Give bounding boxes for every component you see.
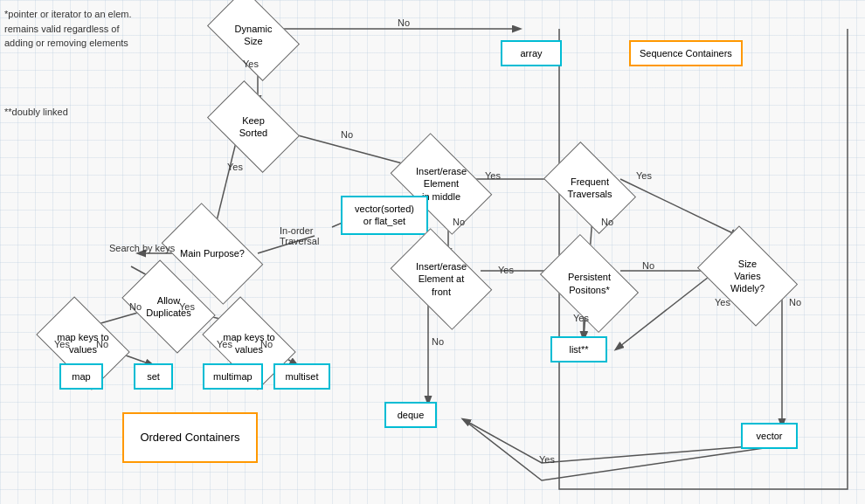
note1: *pointer or iterator to an elem. remains… [4,7,144,51]
rect-multimap: multimap [203,363,263,390]
label-yes-dynamic: Yes [243,59,259,69]
label-no-insert-middle: No [453,217,465,227]
label-yes-size: Yes [715,297,730,307]
diamond-dynamic-size: DynamicSize [214,9,293,61]
rect-map: map [59,363,103,390]
rect-vector: vector [741,423,798,449]
label-no-front: No [432,336,444,347]
label-yes-keys-left: Yes [54,339,70,349]
label-yes-allow: Yes [179,301,195,312]
rect-vector-sorted: vector(sorted)or flat_set [341,196,428,235]
label-yes-keys-right: Yes [217,339,232,349]
rect-array: array [501,40,562,66]
note2: **doubly linked [4,105,144,120]
label-no-persistent: No [642,260,654,271]
label-yes-insert-middle: Yes [485,170,501,181]
svg-line-12 [616,271,716,349]
label-yes-persistent: Yes [573,313,589,323]
label-yes-bottom: Yes [539,454,555,465]
label-search: Search by keys [109,243,175,253]
rect-set: set [134,363,173,390]
rect-multiset: multiset [273,363,330,390]
flowchart-canvas: *pointer or iterator to an elem. remains… [0,0,865,504]
label-yes-sorted: Yes [227,162,243,172]
rect-sequence-containers: Sequence Containers [629,40,743,66]
diamond-insert-erase-front: Insert/eraseElement atfront [398,251,485,307]
rect-ordered-containers: Ordered Containers [122,412,258,463]
label-no-sorted: No [341,129,353,140]
label-no-dynamic: No [398,17,410,28]
label-yes-frequent: Yes [636,170,652,181]
rect-list: list** [550,336,607,362]
rect-deque: deque [384,402,437,428]
label-yes-front: Yes [498,265,514,275]
diamond-persistent-positons: PersistentPositons* [548,255,631,312]
svg-line-9 [620,179,738,236]
label-no-frequent: No [601,217,613,227]
diamond-keep-sorted: KeepSorted [214,100,293,153]
label-no-size: No [789,297,801,307]
label-inorder: In-orderTraversal [280,225,319,246]
label-no-allow: No [129,301,142,312]
diamond-frequent-traversals: FrequentTraversals [550,162,629,214]
label-no-keys-left: No [96,339,108,349]
diamond-main-purpose: Main Purpose? [169,225,256,282]
label-no-keys-right: No [260,339,273,349]
